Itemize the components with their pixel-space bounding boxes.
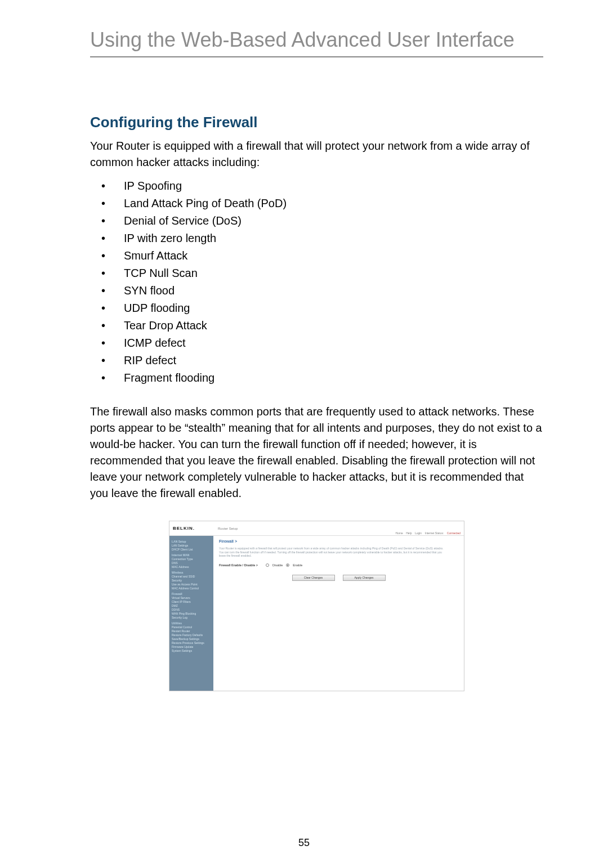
- list-item: Land Attack Ping of Death (PoD): [90, 195, 543, 212]
- list-item: RIP defect: [90, 352, 543, 369]
- sidebar-group: Wireless: [172, 571, 213, 574]
- intro-paragraph: Your Router is equipped with a firewall …: [90, 138, 543, 171]
- sidebar-item[interactable]: Firmware Update: [172, 645, 213, 648]
- top-link-help[interactable]: Help: [406, 531, 412, 535]
- sidebar-item[interactable]: Connection Type: [172, 557, 213, 561]
- screenshot-description: Your Router is equipped with a firewall …: [219, 547, 446, 558]
- list-item: Denial of Service (DoS): [90, 212, 543, 230]
- sidebar-item[interactable]: DHCP Client List: [172, 548, 213, 551]
- sidebar-item[interactable]: Restart Router: [172, 629, 213, 633]
- sidebar-item[interactable]: MAC Address Control: [172, 587, 213, 590]
- followup-paragraph: The firewall also masks common ports tha…: [90, 404, 543, 502]
- chapter-title: Using the Web-Based Advanced User Interf…: [90, 28, 543, 52]
- sidebar-item[interactable]: Security Log: [172, 616, 213, 619]
- router-admin-screenshot: BELKIN. Router Setup Home Help Login Int…: [169, 521, 464, 691]
- sidebar-item[interactable]: Restore Factory Defaults: [172, 633, 213, 637]
- sidebar-group: Firewall: [172, 592, 213, 596]
- screenshot-sidebar: LAN Setup LAN Settings DHCP Client List …: [169, 536, 213, 691]
- sidebar-item[interactable]: MAC Address: [172, 565, 213, 569]
- top-status-value: Connected: [447, 531, 461, 535]
- screenshot-wrapper: BELKIN. Router Setup Home Help Login Int…: [169, 521, 464, 691]
- sidebar-item[interactable]: Virtual Servers: [172, 596, 213, 599]
- sidebar-item[interactable]: DMZ: [172, 604, 213, 607]
- attack-list: IP Spoofing Land Attack Ping of Death (P…: [90, 177, 543, 387]
- sidebar-item[interactable]: Channel and SSID: [172, 575, 213, 578]
- sidebar-item[interactable]: Use as Access Point: [172, 583, 213, 586]
- list-item: SYN flood: [90, 282, 543, 299]
- screenshot-desc-line: Your Router is equipped with a firewall …: [219, 547, 446, 558]
- list-item: TCP Null Scan: [90, 265, 543, 282]
- sidebar-item[interactable]: DDNS: [172, 608, 213, 611]
- screenshot-button-row: Clear Changes Apply Changes: [219, 575, 458, 581]
- list-item: UDP flooding: [90, 299, 543, 317]
- list-item: IP Spoofing: [90, 177, 543, 195]
- manual-page: Using the Web-Based Advanced User Interf…: [0, 0, 608, 868]
- sidebar-item[interactable]: WAN Ping Blocking: [172, 612, 213, 615]
- sidebar-item[interactable]: LAN Settings: [172, 544, 213, 547]
- top-status-label: Internet Status:: [425, 531, 444, 535]
- sidebar-item[interactable]: DNS: [172, 561, 213, 565]
- top-subtitle: Router Setup: [218, 527, 238, 530]
- sidebar-group: Internet WAN: [172, 553, 213, 557]
- screenshot-main: Firewall > Your Router is equipped with …: [213, 536, 464, 691]
- brand-logo: BELKIN.: [173, 526, 195, 531]
- list-item: IP with zero length: [90, 230, 543, 247]
- top-link-login[interactable]: Login: [415, 531, 422, 535]
- screenshot-page-title: Firewall >: [219, 539, 458, 543]
- page-number: 55: [0, 837, 608, 849]
- sidebar-item[interactable]: Save/Backup Settings: [172, 637, 213, 641]
- radio-disable[interactable]: [266, 563, 269, 567]
- radio-group-label: Firewall Enable / Disable >: [219, 563, 258, 567]
- sidebar-item[interactable]: System Settings: [172, 649, 213, 652]
- radio-disable-label: Disable: [272, 563, 283, 567]
- list-item: ICMP defect: [90, 334, 543, 352]
- radio-enable-label: Enable: [293, 563, 302, 567]
- apply-changes-button[interactable]: Apply Changes: [343, 575, 386, 581]
- top-right-links: Home Help Login Internet Status: Connect…: [393, 531, 461, 535]
- top-link-home[interactable]: Home: [395, 531, 403, 535]
- firewall-radio-row: Firewall Enable / Disable > Disable Enab…: [219, 563, 458, 567]
- sidebar-group: Utilities: [172, 621, 213, 625]
- section-title: Configuring the Firewall: [90, 114, 543, 131]
- sidebar-item[interactable]: Restore Previous Settings: [172, 641, 213, 645]
- clear-changes-button[interactable]: Clear Changes: [292, 575, 335, 581]
- screenshot-topbar: BELKIN. Router Setup Home Help Login Int…: [169, 521, 464, 536]
- sidebar-item[interactable]: Parental Control: [172, 625, 213, 629]
- radio-enable[interactable]: [286, 563, 289, 567]
- list-item: Tear Drop Attack: [90, 317, 543, 334]
- sidebar-group: LAN Setup: [172, 540, 213, 543]
- list-item: Smurf Attack: [90, 247, 543, 265]
- sidebar-item[interactable]: Security: [172, 579, 213, 582]
- list-item: Fragment flooding: [90, 369, 543, 387]
- horizontal-rule: [90, 56, 543, 57]
- sidebar-item[interactable]: Client IP Filters: [172, 600, 213, 603]
